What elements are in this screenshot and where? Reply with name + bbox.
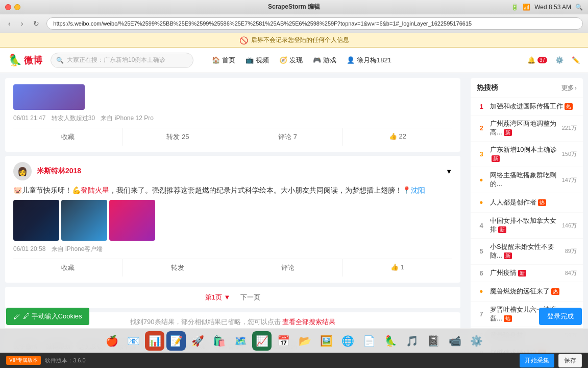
dock-mail[interactable]: 📧 xyxy=(124,331,143,351)
dock-notes[interactable]: 📓 xyxy=(424,331,443,351)
settings[interactable]: ⚙️ xyxy=(555,56,564,64)
compose[interactable]: ✏️ xyxy=(572,56,580,64)
trending-item[interactable]: 1 加强和改进国际传播工作热 xyxy=(471,98,583,116)
trending-hot: 146万 xyxy=(562,222,577,229)
trending-title: 热搜榜 xyxy=(477,83,498,93)
trending-more[interactable]: 更多 › xyxy=(561,84,577,93)
post-content: 🐷儿童节快乐呀！💪登陆火星，我们来了。强烈推荐这套超燃的纪录片式科学绘本。大小朋… xyxy=(13,185,452,196)
trending-item[interactable]: 3 广东新增10例本土确诊新 150万 xyxy=(471,142,583,168)
search-box[interactable]: 🔍 大家正在搜：广东新增10例本土确诊 xyxy=(51,53,193,68)
new-badge: 新 xyxy=(504,129,512,136)
user-icon: 👤 xyxy=(347,56,355,64)
trending-rank: • xyxy=(477,197,486,208)
post-expand-icon[interactable]: ▼ xyxy=(446,168,452,175)
comment-btn-top[interactable]: 评论 7 xyxy=(233,128,343,146)
pagination: 第1页 ▼ 下一页 xyxy=(5,287,460,308)
like-btn-top[interactable]: 👍 22 xyxy=(343,128,452,146)
post-image-2[interactable] xyxy=(61,200,107,241)
post-image-1[interactable] xyxy=(13,200,59,241)
games-icon: 🎮 xyxy=(313,56,321,64)
trending-item[interactable]: • 魔兽燃烧的远征来了热 xyxy=(471,282,583,302)
start-scrape-btn[interactable]: 开始采集 xyxy=(520,354,554,367)
repost-btn-top[interactable]: 转发 25 xyxy=(123,128,233,146)
address-bar[interactable]: https://s.weibo.com/weibo/%25E7%2599%25B… xyxy=(46,17,583,30)
post-card: 👩 米斯特林2018 ▼ 🐷儿童节快乐呀！💪登陆火星，我们来了。强烈推荐这套超燃… xyxy=(5,156,460,283)
hashtag-link[interactable]: 登陆火星 xyxy=(81,186,109,194)
notifications[interactable]: 🔔 37 xyxy=(527,56,547,64)
like-btn-2[interactable]: 👍 1 xyxy=(343,259,452,277)
dock-calendar[interactable]: 📅 xyxy=(274,331,293,351)
dock-excel[interactable]: 📈 xyxy=(252,331,272,351)
discover-label: 发现 xyxy=(289,56,303,65)
next-page[interactable]: 下一页 xyxy=(240,293,260,302)
dock-photos[interactable]: 🖼️ xyxy=(316,331,336,351)
scrape-bar: VIP专属版本 软件版本：3.6.0 开始采集 保存 xyxy=(0,353,588,368)
comment-btn-2[interactable]: 评论 xyxy=(233,259,343,277)
vip-badge[interactable]: VIP专属版本 xyxy=(6,356,41,365)
minimize-button[interactable] xyxy=(14,4,20,10)
forward-button[interactable]: › xyxy=(18,17,27,30)
dock-weibo[interactable]: 🦜 xyxy=(381,331,400,351)
video-icon: 📺 xyxy=(246,56,254,64)
dock-maps[interactable]: 🗺️ xyxy=(231,331,250,351)
dock-word2[interactable]: 📄 xyxy=(359,331,379,351)
repost-btn-2[interactable]: 转发 xyxy=(123,259,233,277)
collect-btn-top[interactable]: 收藏 xyxy=(13,128,123,146)
collect-btn-2[interactable]: 收藏 xyxy=(13,259,123,277)
version-text: 软件版本：3.6.0 xyxy=(45,357,85,364)
trending-item[interactable]: 2 广州荔湾区两地调整为高...新 221万 xyxy=(471,116,583,142)
login-button[interactable]: 登录完成 xyxy=(539,308,582,325)
nav-user[interactable]: 👤 徐月梅1821 xyxy=(347,56,391,65)
dock-system-pref[interactable]: ⚙️ xyxy=(467,331,486,351)
dock-facetime[interactable]: 📹 xyxy=(445,331,464,351)
home-icon: 🏠 xyxy=(212,56,220,64)
trending-item[interactable]: • 人人都是创作者热 xyxy=(471,193,583,213)
dock-launchpad[interactable]: 🚀 xyxy=(188,331,207,351)
browser-toolbar: ‹ › ↻ https://s.weibo.com/weibo/%25E7%25… xyxy=(0,14,588,33)
view-all-link[interactable]: 查看全部搜索结果 xyxy=(282,318,335,326)
nav-video[interactable]: 📺 视频 xyxy=(246,56,269,65)
post-timestamp: 06/01 21:47 转发人数超过30 来自 iPhone 12 Pro xyxy=(13,114,452,123)
chevron-right-icon: › xyxy=(575,84,577,91)
taskbar: 🍎 📧 📊 📝 🚀 🛍️ 🗺️ 📈 📅 📂 🖼️ 🌐 📄 🦜 🎵 📓 📹 ⚙️ xyxy=(0,328,588,353)
hot-badge: 热 xyxy=(565,103,573,110)
traffic-lights[interactable] xyxy=(5,4,20,10)
search-icon[interactable]: 🔍 xyxy=(575,4,583,11)
trending-item[interactable]: 5 小S提醒未婚女性不要随...新 89万 xyxy=(471,239,583,265)
dock-word[interactable]: 📝 xyxy=(166,331,186,351)
post-image-3[interactable] xyxy=(109,200,155,241)
nav-games[interactable]: 🎮 游戏 xyxy=(313,56,336,65)
dock-powerpoint[interactable]: 📊 xyxy=(145,331,164,351)
trending-rank: 3 xyxy=(477,150,486,158)
search-placeholder: 大家正在搜：广东新增10例本土确诊 xyxy=(67,56,165,64)
user-label: 徐月梅1821 xyxy=(357,56,391,65)
cookie-button[interactable]: 🖊 🖊 手动输入Cookies xyxy=(6,308,89,325)
back-button[interactable]: ‹ xyxy=(5,17,14,30)
dock-appstore[interactable]: 🛍️ xyxy=(209,331,229,351)
trending-hot: 84万 xyxy=(565,269,577,277)
post-text-2: ，我们来了。强烈推荐这套超燃的纪录片式科学绘本。大小朋友共同阅读，为梦想插上翅膀… xyxy=(109,186,411,194)
dock-files[interactable]: 📂 xyxy=(295,331,314,351)
warning-text: 后界不会记录您登陆的任何个人信息 xyxy=(251,36,349,44)
refresh-button[interactable]: ↻ xyxy=(30,17,42,30)
post-timestamp-2: 06/01 20:58 来自 iPhone客户端 xyxy=(13,245,452,254)
nav-home[interactable]: 🏠 首页 xyxy=(212,56,235,65)
trending-item[interactable]: 6 广州疫情新 84万 xyxy=(471,265,583,282)
close-button[interactable] xyxy=(5,4,11,10)
dock-music[interactable]: 🎵 xyxy=(402,331,422,351)
dock-finder[interactable]: 🍎 xyxy=(102,331,121,351)
trending-item[interactable]: • 网络主播吃播象群吃剩的... 147万 xyxy=(471,167,583,193)
weibo-logo[interactable]: 🦜 微博 xyxy=(8,54,42,67)
post-username[interactable]: 米斯特林2018 xyxy=(37,167,81,176)
trending-item[interactable]: 4 中国女排不敌加拿大女排新 146万 xyxy=(471,213,583,239)
nav-discover[interactable]: 🧭 发现 xyxy=(279,56,303,65)
location-link[interactable]: 沈阳 xyxy=(411,186,425,194)
weibo-header: 🦜 微博 🔍 大家正在搜：广东新增10例本土确诊 🏠 首页 📺 视频 🧭 发现 … xyxy=(0,48,588,73)
cookie-icon: 🖊 xyxy=(13,313,20,320)
header-right: 🔔 37 ⚙️ ✏️ xyxy=(527,56,580,64)
save-btn[interactable]: 保存 xyxy=(558,354,582,367)
current-page[interactable]: 第1页 ▼ xyxy=(205,293,231,302)
dock-chrome[interactable]: 🌐 xyxy=(338,331,357,351)
home-label: 首页 xyxy=(222,56,235,65)
time-display: Wed 8:53 AM xyxy=(534,4,571,11)
